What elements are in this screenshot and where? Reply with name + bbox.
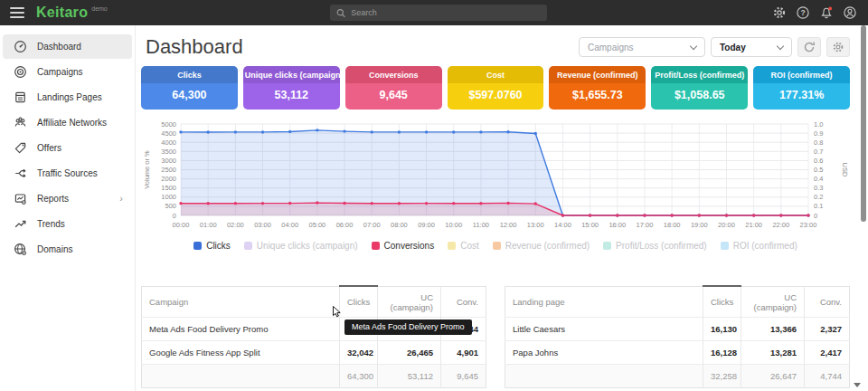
sidebar-item-affiliate-networks[interactable]: Affiliate Networks [3,110,132,135]
value-cell: 4,901 [441,340,486,364]
legend-item[interactable]: Profit/Loss (confirmed) [603,241,707,251]
topbar-icons: ? [772,0,857,25]
table-row[interactable]: Google Ads Fitness App Split32,04226,465… [142,340,486,364]
table-row[interactable]: Papa Johns16,12813,2812,417 [505,340,850,364]
svg-text:17:00: 17:00 [637,221,654,229]
legend-swatch-icon [448,242,456,250]
campaigns-filter-select[interactable]: Campaigns [579,37,705,57]
legend-item[interactable]: ROI (confirmed) [721,241,797,251]
name-cell: Papa Johns [505,340,703,364]
refresh-button[interactable] [797,37,821,57]
svg-text:04:00: 04:00 [281,221,298,229]
settings-gear-icon[interactable] [772,5,787,20]
sidebar-item-trends[interactable]: Trends [3,212,132,236]
name-cell: Google Ads Fitness App Split [142,340,340,364]
legend-label: ROI (confirmed) [733,241,797,251]
logo-demo-badge: demo [91,5,108,12]
svg-text:0: 0 [173,212,176,220]
scrollbar-thumb[interactable] [861,25,866,222]
column-header[interactable]: Campaign [142,286,340,317]
mouse-cursor [332,306,344,318]
table-totals-row: 32,25826,6474,744 [505,364,850,387]
svg-text:01:00: 01:00 [200,221,217,229]
legend-swatch-icon [372,242,380,250]
column-header[interactable]: UC (campaign) [741,286,805,317]
sidebar-item-landings-pages[interactable]: Landings Pages [3,85,132,110]
svg-text:2500: 2500 [161,166,176,174]
stat-card: ROI (confirmed)177.31% [753,66,850,110]
legend-label: Cost [460,241,479,251]
value-cell: 13,366 [741,317,805,340]
sidebar-item-campaigns[interactable]: Campaigns [3,60,132,84]
sidebar-label: Offers [37,143,61,153]
svg-text:0.5: 0.5 [814,166,823,174]
user-account-icon[interactable] [843,5,857,20]
page-title: Dashboard [141,35,243,59]
svg-text:06:00: 06:00 [336,221,354,229]
stat-card-label: Conversions [345,66,442,83]
svg-text:21:00: 21:00 [745,221,762,229]
search-bar[interactable] [330,5,547,21]
sidebar-item-traffic-sources[interactable]: Traffic Sources [3,161,132,186]
affiliate-networks-icon [14,116,27,129]
table-totals-row: 64,30053,1129,645 [142,364,486,387]
legend-item[interactable]: Clicks [193,241,231,251]
topbar: Keitaro demo ? [0,0,868,25]
column-header[interactable]: Landing page [505,286,703,317]
stat-card: Cost$597.0760 [448,66,544,110]
total-cell: 32,258 [703,364,741,387]
notifications-bell-icon[interactable] [819,5,834,20]
app-logo[interactable]: Keitaro [36,5,88,21]
dashboard-settings-button[interactable] [826,37,850,57]
stat-card-value: $1,655.73 [549,83,646,110]
column-header[interactable]: Clicks [340,286,378,317]
column-header[interactable]: Conv. [805,286,850,317]
svg-text:03:00: 03:00 [254,221,271,229]
sidebar-item-domains[interactable]: Domains [3,237,132,262]
chart-legend: ClicksUnique clicks (campaign)Conversion… [141,241,850,251]
column-header[interactable]: UC (campaign) [378,286,441,317]
svg-text:1500: 1500 [161,184,176,192]
legend-item[interactable]: Conversions [372,241,435,251]
traffic-sources-icon [14,167,27,180]
sidebar-item-dashboard[interactable]: Dashboard [3,34,132,59]
svg-text:3000: 3000 [161,157,176,165]
stat-card: Conversions9,645 [345,66,442,110]
svg-text:02:00: 02:00 [227,221,244,229]
svg-text:3500: 3500 [161,148,176,156]
sidebar-item-offers[interactable]: Offers [3,136,132,160]
landing-pages-table: Landing pageClicksUC (campaign)Conv.Litt… [505,285,850,388]
header-controls: Campaigns Today [579,37,850,57]
table-header-row: CampaignClicksUC (campaign)Conv. [142,286,486,317]
stat-card-label: Clicks [141,66,238,83]
sidebar-item-reports[interactable]: Reports › [3,186,132,211]
menu-icon[interactable] [10,7,24,18]
column-header[interactable]: Clicks [703,286,741,317]
total-cell: 9,645 [441,364,486,387]
date-range-select[interactable]: Today [711,37,792,57]
svg-text:0.8: 0.8 [814,138,823,147]
svg-text:13:00: 13:00 [527,221,544,229]
svg-text:5000: 5000 [161,120,176,129]
svg-text:0.9: 0.9 [814,129,823,138]
legend-swatch-icon [603,242,611,250]
legend-swatch-icon [493,242,501,250]
total-cell: 64,300 [340,364,378,387]
legend-item[interactable]: Unique clicks (campaign) [244,241,358,251]
sidebar-label: Campaigns [37,67,83,77]
legend-item[interactable]: Revenue (confirmed) [493,241,590,251]
search-input[interactable] [351,8,541,17]
scroll-down-arrow-icon[interactable] [854,383,861,387]
legend-swatch-icon [193,242,202,250]
value-cell: 26,465 [378,340,441,364]
total-cell: 4,744 [805,364,850,387]
svg-text:19:00: 19:00 [691,221,708,229]
help-icon[interactable]: ? [796,5,810,20]
name-cell: Little Caesars [505,317,703,340]
stat-card-value: 53,112 [243,83,340,110]
value-cell: 32,042 [340,340,378,364]
svg-text:0.6: 0.6 [814,157,823,165]
legend-item[interactable]: Cost [448,241,479,251]
table-row[interactable]: Little Caesars16,13013,3662,327 [505,317,850,340]
column-header[interactable]: Conv. [441,286,486,317]
